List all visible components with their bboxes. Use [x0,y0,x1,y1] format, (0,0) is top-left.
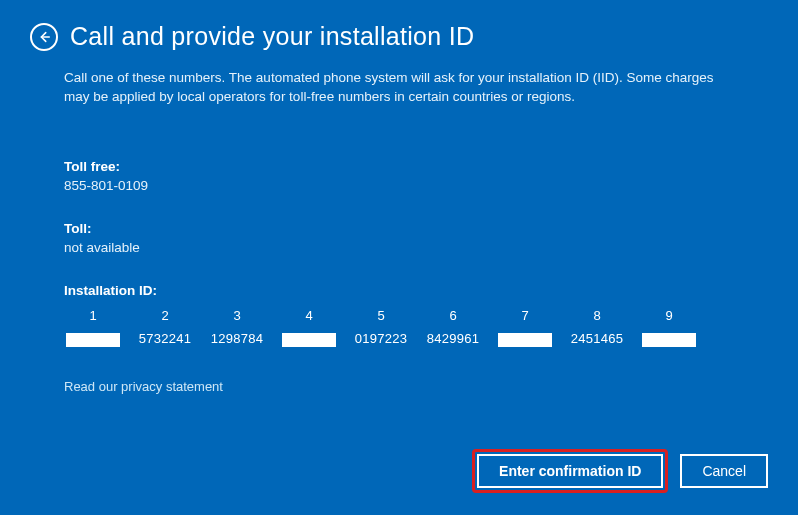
iid-col-header: 3 [233,308,240,323]
back-button[interactable] [30,23,58,51]
toll-free-label: Toll free: [64,159,734,174]
iid-column: 1 [64,308,122,349]
iid-redacted-block [282,333,336,347]
privacy-statement-link[interactable]: Read our privacy statement [64,379,734,394]
iid-value: 5732241 [139,331,192,349]
description-text: Call one of these numbers. The automated… [64,69,734,107]
iid-redacted-block [498,333,552,347]
page-title: Call and provide your installation ID [70,22,474,51]
iid-value: 2451465 [571,331,624,349]
iid-col-header: 5 [377,308,384,323]
back-arrow-icon [37,30,51,44]
enter-confirmation-id-button[interactable]: Enter confirmation ID [477,454,663,488]
iid-column: 5 0197223 [352,308,410,349]
iid-col-header: 7 [521,308,528,323]
header: Call and provide your installation ID [0,0,798,61]
iid-column: 3 1298784 [208,308,266,349]
iid-col-header: 4 [305,308,312,323]
iid-column: 9 [640,308,698,349]
iid-col-header: 8 [593,308,600,323]
iid-column: 7 [496,308,554,349]
highlight-annotation: Enter confirmation ID [472,449,668,493]
iid-column: 8 2451465 [568,308,626,349]
cancel-button[interactable]: Cancel [680,454,768,488]
iid-col-header: 9 [665,308,672,323]
toll-free-value: 855-801-0109 [64,178,734,193]
iid-column: 6 8429961 [424,308,482,349]
iid-col-header: 2 [161,308,168,323]
toll-label: Toll: [64,221,734,236]
iid-redacted-block [642,333,696,347]
iid-value: 1298784 [211,331,264,349]
iid-value: 8429961 [427,331,480,349]
content-area: Call one of these numbers. The automated… [0,61,798,394]
footer-buttons: Enter confirmation ID Cancel [472,449,768,493]
iid-redacted-block [66,333,120,347]
iid-value: 0197223 [355,331,408,349]
iid-column: 2 5732241 [136,308,194,349]
installation-id-label: Installation ID: [64,283,734,298]
installation-id-table: 1 2 5732241 3 1298784 4 5 0197223 6 8429… [64,308,734,349]
toll-value: not available [64,240,734,255]
iid-col-header: 6 [449,308,456,323]
iid-column: 4 [280,308,338,349]
iid-col-header: 1 [89,308,96,323]
